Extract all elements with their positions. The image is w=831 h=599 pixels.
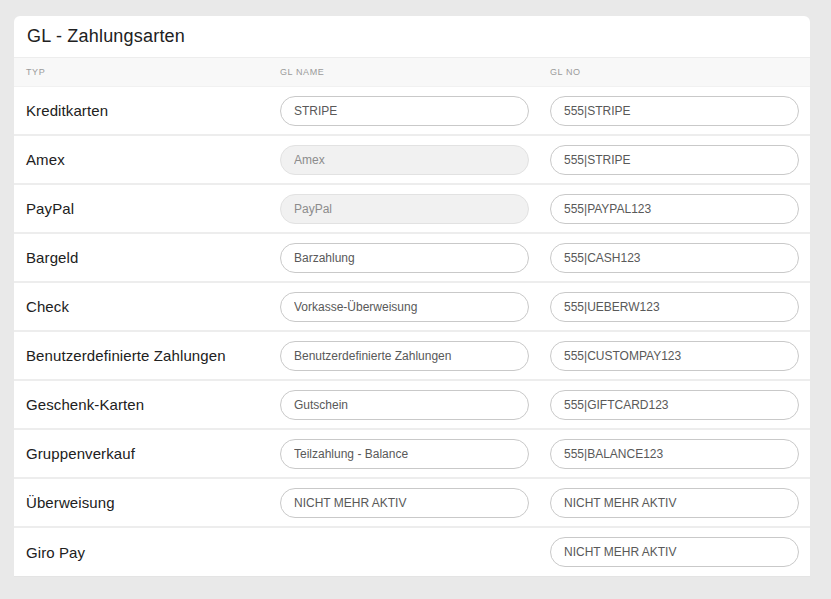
table-row: Benutzerdefinierte Zahlungen [14, 332, 810, 381]
gl-name-input [280, 145, 529, 175]
gl-no-cell [550, 341, 799, 371]
gl-no-input[interactable] [550, 390, 799, 420]
gl-no-cell [550, 292, 799, 322]
row-typ-label: Amex [26, 151, 65, 168]
gl-no-cell [550, 96, 799, 126]
gl-no-input[interactable] [550, 341, 799, 371]
gl-no-input[interactable] [550, 243, 799, 273]
gl-name-cell [280, 243, 550, 273]
typ-cell: Benutzerdefinierte Zahlungen [26, 347, 280, 364]
typ-cell: Check [26, 298, 280, 315]
table-row: Kreditkarten [14, 87, 810, 136]
row-typ-label: Giro Pay [26, 544, 85, 561]
gl-name-input[interactable] [280, 243, 529, 273]
gl-name-input[interactable] [280, 390, 529, 420]
table-row: PayPal [14, 185, 810, 234]
gl-name-cell [280, 488, 550, 518]
gl-name-input[interactable] [280, 439, 529, 469]
row-typ-label: Bargeld [26, 249, 78, 266]
gl-no-cell [550, 145, 799, 175]
gl-name-cell [280, 194, 550, 224]
gl-name-cell [280, 292, 550, 322]
gl-name-cell [280, 96, 550, 126]
table-row: Bargeld [14, 234, 810, 283]
typ-cell: Giro Pay [26, 544, 280, 561]
row-typ-label: Überweisung [26, 494, 115, 511]
gl-name-cell [280, 390, 550, 420]
gl-name-cell [280, 145, 550, 175]
gl-name-input[interactable] [280, 292, 529, 322]
gl-no-cell [550, 537, 799, 567]
row-typ-label: Benutzerdefinierte Zahlungen [26, 347, 226, 364]
card-title-bar: GL - Zahlungsarten [14, 16, 810, 57]
gl-no-input[interactable] [550, 439, 799, 469]
typ-cell: Amex [26, 151, 280, 168]
page-title: GL - Zahlungsarten [27, 26, 185, 47]
gl-no-cell [550, 194, 799, 224]
gl-no-input[interactable] [550, 292, 799, 322]
column-header-gl-no: GL NO [550, 67, 799, 77]
gl-no-input[interactable] [550, 194, 799, 224]
gl-no-input[interactable] [550, 537, 799, 567]
gl-name-cell [280, 439, 550, 469]
table-row: Giro Pay [14, 528, 810, 577]
gl-name-cell [280, 341, 550, 371]
table-header-row: TYP GL NAME GL NO [14, 57, 810, 87]
column-header-gl-name: GL NAME [280, 67, 550, 77]
gl-name-input[interactable] [280, 96, 529, 126]
typ-cell: Überweisung [26, 494, 280, 511]
typ-cell: PayPal [26, 200, 280, 217]
typ-cell: Gruppenverkauf [26, 445, 280, 462]
gl-name-input[interactable] [280, 488, 529, 518]
gl-no-input[interactable] [550, 96, 799, 126]
typ-cell: Kreditkarten [26, 102, 280, 119]
table-row: Überweisung [14, 479, 810, 528]
column-header-typ: TYP [26, 67, 280, 77]
row-typ-label: PayPal [26, 200, 74, 217]
gl-name-input[interactable] [280, 341, 529, 371]
table-row: Geschenk-Karten [14, 381, 810, 430]
gl-name-input [280, 194, 529, 224]
row-typ-label: Gruppenverkauf [26, 445, 135, 462]
typ-cell: Bargeld [26, 249, 280, 266]
gl-no-cell [550, 488, 799, 518]
table-row: Gruppenverkauf [14, 430, 810, 479]
gl-no-cell [550, 243, 799, 273]
row-typ-label: Check [26, 298, 69, 315]
gl-no-input[interactable] [550, 488, 799, 518]
row-typ-label: Kreditkarten [26, 102, 108, 119]
table-row: Check [14, 283, 810, 332]
table-body: Kreditkarten Amex PayPal Barg [14, 87, 810, 577]
gl-no-cell [550, 390, 799, 420]
gl-no-input[interactable] [550, 145, 799, 175]
typ-cell: Geschenk-Karten [26, 396, 280, 413]
table-row: Amex [14, 136, 810, 185]
gl-no-cell [550, 439, 799, 469]
row-typ-label: Geschenk-Karten [26, 396, 144, 413]
payment-types-card: GL - Zahlungsarten TYP GL NAME GL NO Kre… [14, 16, 810, 577]
